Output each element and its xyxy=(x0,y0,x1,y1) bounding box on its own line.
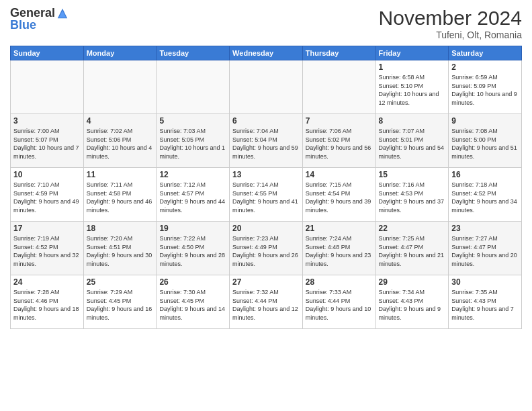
day-number: 25 xyxy=(87,277,154,287)
table-row: 23Sunrise: 7:27 AM Sunset: 4:47 PM Dayli… xyxy=(449,222,522,275)
day-number: 30 xyxy=(451,277,519,287)
day-info: Sunrise: 7:16 AM Sunset: 4:53 PM Dayligh… xyxy=(379,181,446,214)
day-info: Sunrise: 7:32 AM Sunset: 4:44 PM Dayligh… xyxy=(232,288,300,322)
day-number: 27 xyxy=(232,277,300,287)
calendar-week-row: 17Sunrise: 7:19 AM Sunset: 4:52 PM Dayli… xyxy=(11,222,522,275)
day-info: Sunrise: 6:59 AM Sunset: 5:09 PM Dayligh… xyxy=(451,73,519,107)
day-info: Sunrise: 7:28 AM Sunset: 4:46 PM Dayligh… xyxy=(13,288,81,322)
col-monday: Monday xyxy=(83,46,157,60)
table-row xyxy=(302,60,375,114)
col-saturday: Saturday xyxy=(449,46,522,60)
day-number: 22 xyxy=(379,224,446,233)
day-number: 11 xyxy=(87,170,154,179)
day-number: 17 xyxy=(13,224,81,233)
table-row: 2Sunrise: 6:59 AM Sunset: 5:09 PM Daylig… xyxy=(449,60,522,114)
day-info: Sunrise: 7:14 AM Sunset: 4:55 PM Dayligh… xyxy=(232,181,300,214)
day-info: Sunrise: 7:30 AM Sunset: 4:45 PM Dayligh… xyxy=(159,288,226,322)
day-info: Sunrise: 7:12 AM Sunset: 4:57 PM Dayligh… xyxy=(159,181,226,214)
col-wednesday: Wednesday xyxy=(230,46,303,60)
table-row: 21Sunrise: 7:24 AM Sunset: 4:48 PM Dayli… xyxy=(302,222,375,275)
table-row: 13Sunrise: 7:14 AM Sunset: 4:55 PM Dayli… xyxy=(230,168,303,222)
day-number: 15 xyxy=(379,170,446,179)
day-info: Sunrise: 7:08 AM Sunset: 5:00 PM Dayligh… xyxy=(451,127,519,161)
day-info: Sunrise: 7:22 AM Sunset: 4:50 PM Dayligh… xyxy=(159,234,226,268)
day-info: Sunrise: 7:10 AM Sunset: 4:59 PM Dayligh… xyxy=(13,181,81,214)
day-number: 5 xyxy=(159,116,226,126)
day-info: Sunrise: 7:00 AM Sunset: 5:07 PM Dayligh… xyxy=(13,127,81,161)
table-row: 1Sunrise: 6:58 AM Sunset: 5:10 PM Daylig… xyxy=(375,60,449,114)
table-row: 24Sunrise: 7:28 AM Sunset: 4:46 PM Dayli… xyxy=(11,275,84,329)
day-info: Sunrise: 7:27 AM Sunset: 4:47 PM Dayligh… xyxy=(451,234,519,268)
table-row: 7Sunrise: 7:06 AM Sunset: 5:02 PM Daylig… xyxy=(302,114,375,168)
table-row xyxy=(230,60,303,114)
table-row: 19Sunrise: 7:22 AM Sunset: 4:50 PM Dayli… xyxy=(157,222,230,275)
day-info: Sunrise: 7:15 AM Sunset: 4:54 PM Dayligh… xyxy=(306,181,373,214)
day-info: Sunrise: 7:23 AM Sunset: 4:49 PM Dayligh… xyxy=(232,234,300,268)
day-number: 19 xyxy=(159,224,226,233)
calendar-week-row: 1Sunrise: 6:58 AM Sunset: 5:10 PM Daylig… xyxy=(11,60,522,114)
table-row: 28Sunrise: 7:33 AM Sunset: 4:44 PM Dayli… xyxy=(302,275,375,329)
page-container: General Blue November 2024 Tufeni, Olt, … xyxy=(0,0,532,411)
calendar-week-row: 24Sunrise: 7:28 AM Sunset: 4:46 PM Dayli… xyxy=(11,275,522,329)
table-row: 26Sunrise: 7:30 AM Sunset: 4:45 PM Dayli… xyxy=(157,275,230,329)
day-number: 13 xyxy=(232,170,300,179)
table-row: 17Sunrise: 7:19 AM Sunset: 4:52 PM Dayli… xyxy=(11,222,84,275)
table-row: 6Sunrise: 7:04 AM Sunset: 5:04 PM Daylig… xyxy=(230,114,303,168)
table-row: 20Sunrise: 7:23 AM Sunset: 4:49 PM Dayli… xyxy=(230,222,303,275)
day-number: 10 xyxy=(13,170,81,179)
table-row: 14Sunrise: 7:15 AM Sunset: 4:54 PM Dayli… xyxy=(302,168,375,222)
table-row: 8Sunrise: 7:07 AM Sunset: 5:01 PM Daylig… xyxy=(375,114,449,168)
day-info: Sunrise: 7:25 AM Sunset: 4:47 PM Dayligh… xyxy=(379,234,446,268)
day-number: 12 xyxy=(159,170,226,179)
table-row: 22Sunrise: 7:25 AM Sunset: 4:47 PM Dayli… xyxy=(375,222,449,275)
table-row: 15Sunrise: 7:16 AM Sunset: 4:53 PM Dayli… xyxy=(375,168,449,222)
day-info: Sunrise: 7:03 AM Sunset: 5:05 PM Dayligh… xyxy=(159,127,226,161)
table-row: 25Sunrise: 7:29 AM Sunset: 4:45 PM Dayli… xyxy=(83,275,157,329)
table-row: 27Sunrise: 7:32 AM Sunset: 4:44 PM Dayli… xyxy=(230,275,303,329)
table-row: 29Sunrise: 7:34 AM Sunset: 4:43 PM Dayli… xyxy=(375,275,449,329)
calendar-week-row: 3Sunrise: 7:00 AM Sunset: 5:07 PM Daylig… xyxy=(11,114,522,168)
table-row: 30Sunrise: 7:35 AM Sunset: 4:43 PM Dayli… xyxy=(449,275,522,329)
day-number: 21 xyxy=(306,224,373,233)
table-row: 16Sunrise: 7:18 AM Sunset: 4:52 PM Dayli… xyxy=(449,168,522,222)
day-number: 9 xyxy=(451,116,519,126)
day-info: Sunrise: 7:20 AM Sunset: 4:51 PM Dayligh… xyxy=(87,234,154,268)
day-info: Sunrise: 7:06 AM Sunset: 5:02 PM Dayligh… xyxy=(306,127,373,161)
day-info: Sunrise: 7:33 AM Sunset: 4:44 PM Dayligh… xyxy=(306,288,373,322)
day-number: 18 xyxy=(87,224,154,233)
day-info: Sunrise: 7:02 AM Sunset: 5:06 PM Dayligh… xyxy=(87,127,154,161)
day-number: 2 xyxy=(451,62,519,72)
col-thursday: Thursday xyxy=(302,46,375,60)
table-row: 9Sunrise: 7:08 AM Sunset: 5:00 PM Daylig… xyxy=(449,114,522,168)
day-number: 3 xyxy=(13,116,81,126)
calendar-week-row: 10Sunrise: 7:10 AM Sunset: 4:59 PM Dayli… xyxy=(11,168,522,222)
day-info: Sunrise: 7:18 AM Sunset: 4:52 PM Dayligh… xyxy=(451,181,519,214)
table-row: 3Sunrise: 7:00 AM Sunset: 5:07 PM Daylig… xyxy=(11,114,84,168)
day-number: 8 xyxy=(379,116,446,126)
day-info: Sunrise: 7:07 AM Sunset: 5:01 PM Dayligh… xyxy=(379,127,446,161)
day-number: 23 xyxy=(451,224,519,233)
table-row xyxy=(157,60,230,114)
table-row: 5Sunrise: 7:03 AM Sunset: 5:05 PM Daylig… xyxy=(157,114,230,168)
table-row xyxy=(11,60,84,114)
calendar-header-row: Sunday Monday Tuesday Wednesday Thursday… xyxy=(11,46,522,60)
day-info: Sunrise: 7:04 AM Sunset: 5:04 PM Dayligh… xyxy=(232,127,300,161)
day-info: Sunrise: 7:34 AM Sunset: 4:43 PM Dayligh… xyxy=(379,288,446,322)
table-row: 4Sunrise: 7:02 AM Sunset: 5:06 PM Daylig… xyxy=(83,114,157,168)
logo-blue-text: Blue xyxy=(10,19,69,32)
day-number: 4 xyxy=(87,116,154,126)
logo-icon xyxy=(56,7,69,19)
day-number: 24 xyxy=(13,277,81,287)
day-info: Sunrise: 7:24 AM Sunset: 4:48 PM Dayligh… xyxy=(306,234,373,268)
col-sunday: Sunday xyxy=(11,46,84,60)
table-row: 18Sunrise: 7:20 AM Sunset: 4:51 PM Dayli… xyxy=(83,222,157,275)
day-number: 26 xyxy=(159,277,226,287)
day-info: Sunrise: 7:11 AM Sunset: 4:58 PM Dayligh… xyxy=(87,181,154,214)
logo: General Blue xyxy=(10,7,69,32)
calendar-table: Sunday Monday Tuesday Wednesday Thursday… xyxy=(10,46,522,329)
day-info: Sunrise: 6:58 AM Sunset: 5:10 PM Dayligh… xyxy=(379,73,446,107)
location: Tufeni, Olt, Romania xyxy=(379,30,522,40)
day-number: 29 xyxy=(379,277,446,287)
day-number: 6 xyxy=(232,116,300,126)
table-row xyxy=(83,60,157,114)
